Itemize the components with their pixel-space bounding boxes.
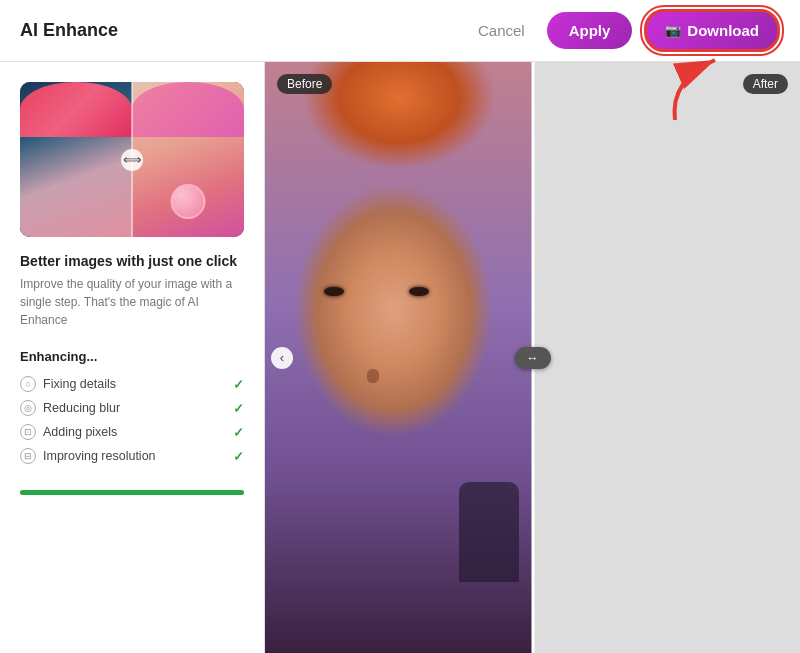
after-label: After	[743, 74, 788, 94]
detail-label: Fixing details	[43, 377, 116, 391]
progress-bar-container	[20, 490, 244, 495]
enhancing-title: Enhancing...	[20, 349, 244, 364]
eye-right-after	[409, 287, 429, 296]
pixel-label: Adding pixels	[43, 425, 117, 439]
list-item: ◎ Reducing blur ✓	[20, 400, 244, 416]
left-chevron-button[interactable]: ‹	[271, 347, 293, 369]
detail-check: ✓	[233, 377, 244, 392]
nose-after	[367, 369, 379, 383]
left-panel: ⟺ Better images with just one click Impr…	[0, 62, 265, 653]
detail-icon: ○	[20, 376, 36, 392]
hair-after	[132, 82, 244, 137]
download-icon: 📷	[665, 23, 681, 38]
description: Improve the quality of your image with a…	[20, 275, 244, 329]
pixel-check: ✓	[233, 425, 244, 440]
hair-before	[20, 82, 132, 137]
download-button[interactable]: 📷 Download	[644, 9, 780, 52]
right-panel: Before After ↔ ‹	[265, 62, 800, 653]
eye-left-after	[324, 287, 344, 296]
blur-check: ✓	[233, 401, 244, 416]
header: AI Enhance Cancel Apply 📷 Download	[0, 0, 800, 62]
blur-label: Reducing blur	[43, 401, 120, 415]
page-title: AI Enhance	[20, 20, 118, 41]
bubble-gum	[171, 184, 206, 219]
blur-icon: ◎	[20, 400, 36, 416]
apply-button[interactable]: Apply	[547, 12, 633, 49]
before-label: Before	[277, 74, 332, 94]
preview-collage: ⟺	[20, 82, 244, 237]
main-content: ⟺ Better images with just one click Impr…	[0, 62, 800, 653]
tagline: Better images with just one click	[20, 253, 244, 269]
resolution-check: ✓	[233, 449, 244, 464]
enhance-list: ○ Fixing details ✓ ◎ Reducing blur ✓ ⊡ A…	[20, 376, 244, 464]
progress-bar-fill	[20, 490, 244, 495]
resolution-icon: ⊟	[20, 448, 36, 464]
comparison-handle[interactable]: ↔	[515, 347, 551, 369]
face-after	[132, 82, 244, 237]
collage-after	[132, 82, 244, 237]
list-item: ⊡ Adding pixels ✓	[20, 424, 244, 440]
collage-before	[20, 82, 132, 237]
comparison-container[interactable]: Before After ↔ ‹	[265, 62, 800, 653]
header-actions: Cancel Apply 📷 Download	[468, 9, 780, 52]
face-before	[20, 82, 132, 237]
list-item: ○ Fixing details ✓	[20, 376, 244, 392]
cancel-button[interactable]: Cancel	[468, 16, 535, 45]
resolution-label: Improving resolution	[43, 449, 156, 463]
list-item: ⊟ Improving resolution ✓	[20, 448, 244, 464]
collage-handle-icon: ⟺	[121, 149, 143, 171]
bg-person-right	[459, 482, 519, 582]
image-after	[265, 62, 533, 653]
pixel-icon: ⊡	[20, 424, 36, 440]
